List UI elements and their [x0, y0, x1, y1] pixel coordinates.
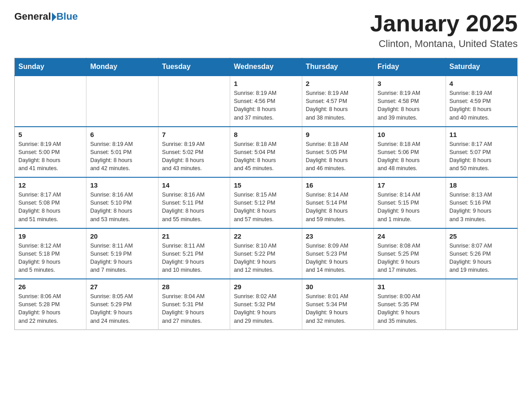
day-info: Sunrise: 8:19 AM Sunset: 5:01 PM Dayligh… — [90, 140, 154, 173]
calendar-cell: 20Sunrise: 8:11 AM Sunset: 5:19 PM Dayli… — [86, 228, 158, 279]
calendar-cell: 21Sunrise: 8:11 AM Sunset: 5:21 PM Dayli… — [158, 228, 230, 279]
logo-blue: Blue — [56, 11, 78, 22]
day-number: 13 — [90, 181, 154, 189]
calendar-cell: 23Sunrise: 8:09 AM Sunset: 5:23 PM Dayli… — [302, 228, 373, 279]
day-number: 22 — [234, 232, 298, 240]
calendar-week-row: 26Sunrise: 8:06 AM Sunset: 5:28 PM Dayli… — [15, 279, 518, 330]
day-info: Sunrise: 8:00 AM Sunset: 5:35 PM Dayligh… — [378, 292, 442, 325]
day-info: Sunrise: 8:07 AM Sunset: 5:26 PM Dayligh… — [450, 242, 514, 274]
calendar-header: SundayMondayTuesdayWednesdayThursdayFrid… — [15, 58, 518, 76]
calendar-cell: 26Sunrise: 8:06 AM Sunset: 5:28 PM Dayli… — [15, 279, 86, 330]
calendar-cell: 3Sunrise: 8:19 AM Sunset: 4:58 PM Daylig… — [374, 76, 446, 127]
day-number: 3 — [378, 80, 442, 87]
calendar-week-row: 12Sunrise: 8:17 AM Sunset: 5:08 PM Dayli… — [15, 177, 518, 228]
day-number: 30 — [306, 283, 370, 291]
day-number: 17 — [378, 181, 442, 189]
day-info: Sunrise: 8:10 AM Sunset: 5:22 PM Dayligh… — [234, 242, 298, 274]
day-info: Sunrise: 8:19 AM Sunset: 4:59 PM Dayligh… — [450, 89, 514, 122]
title-block: January 2025 Clinton, Montana, United St… — [370, 11, 518, 50]
calendar-cell: 28Sunrise: 8:04 AM Sunset: 5:31 PM Dayli… — [158, 279, 230, 330]
calendar-week-row: 19Sunrise: 8:12 AM Sunset: 5:18 PM Dayli… — [15, 228, 518, 279]
day-info: Sunrise: 8:17 AM Sunset: 5:07 PM Dayligh… — [450, 140, 514, 173]
day-number: 24 — [378, 232, 442, 240]
day-info: Sunrise: 8:16 AM Sunset: 5:10 PM Dayligh… — [90, 191, 154, 223]
day-info: Sunrise: 8:11 AM Sunset: 5:21 PM Dayligh… — [162, 242, 226, 274]
calendar-cell — [446, 279, 517, 330]
calendar-cell: 9Sunrise: 8:18 AM Sunset: 5:05 PM Daylig… — [302, 127, 373, 178]
day-info: Sunrise: 8:16 AM Sunset: 5:11 PM Dayligh… — [162, 191, 226, 223]
day-number: 29 — [234, 283, 298, 291]
logo-general: General — [14, 11, 51, 22]
calendar-cell: 15Sunrise: 8:15 AM Sunset: 5:12 PM Dayli… — [230, 177, 302, 228]
day-number: 20 — [90, 232, 154, 240]
calendar-cell: 17Sunrise: 8:14 AM Sunset: 5:15 PM Dayli… — [374, 177, 446, 228]
logo: General Blue — [14, 11, 78, 22]
day-info: Sunrise: 8:19 AM Sunset: 4:58 PM Dayligh… — [378, 89, 442, 122]
day-number: 10 — [378, 131, 442, 138]
day-info: Sunrise: 8:11 AM Sunset: 5:19 PM Dayligh… — [90, 242, 154, 274]
day-number: 4 — [450, 80, 514, 87]
page-subtitle: Clinton, Montana, United States — [370, 38, 518, 50]
calendar-cell: 6Sunrise: 8:19 AM Sunset: 5:01 PM Daylig… — [86, 127, 158, 178]
logo-arrow-icon — [52, 13, 56, 21]
page-title: January 2025 — [370, 11, 518, 36]
weekday-header-saturday: Saturday — [446, 58, 517, 76]
calendar-body: 1Sunrise: 8:19 AM Sunset: 4:56 PM Daylig… — [15, 76, 518, 330]
day-number: 2 — [306, 80, 370, 87]
day-number: 25 — [450, 232, 514, 240]
weekday-header-thursday: Thursday — [302, 58, 373, 76]
day-info: Sunrise: 8:15 AM Sunset: 5:12 PM Dayligh… — [234, 191, 298, 223]
day-number: 19 — [18, 232, 82, 240]
day-number: 21 — [162, 232, 226, 240]
day-info: Sunrise: 8:08 AM Sunset: 5:25 PM Dayligh… — [378, 242, 442, 274]
day-number: 14 — [162, 181, 226, 189]
calendar-cell: 12Sunrise: 8:17 AM Sunset: 5:08 PM Dayli… — [15, 177, 86, 228]
day-info: Sunrise: 8:14 AM Sunset: 5:15 PM Dayligh… — [378, 191, 442, 223]
day-info: Sunrise: 8:14 AM Sunset: 5:14 PM Dayligh… — [306, 191, 370, 223]
calendar-cell: 18Sunrise: 8:13 AM Sunset: 5:16 PM Dayli… — [446, 177, 517, 228]
day-number: 11 — [450, 131, 514, 138]
weekday-header-friday: Friday — [374, 58, 446, 76]
day-info: Sunrise: 8:02 AM Sunset: 5:32 PM Dayligh… — [234, 292, 298, 325]
calendar-cell: 22Sunrise: 8:10 AM Sunset: 5:22 PM Dayli… — [230, 228, 302, 279]
calendar-cell: 5Sunrise: 8:19 AM Sunset: 5:00 PM Daylig… — [15, 127, 86, 178]
calendar-cell: 8Sunrise: 8:18 AM Sunset: 5:04 PM Daylig… — [230, 127, 302, 178]
calendar-week-row: 1Sunrise: 8:19 AM Sunset: 4:56 PM Daylig… — [15, 76, 518, 127]
calendar: SundayMondayTuesdayWednesdayThursdayFrid… — [14, 58, 518, 330]
day-info: Sunrise: 8:18 AM Sunset: 5:05 PM Dayligh… — [306, 140, 370, 173]
calendar-cell — [86, 76, 158, 127]
day-info: Sunrise: 8:13 AM Sunset: 5:16 PM Dayligh… — [450, 191, 514, 223]
calendar-cell: 4Sunrise: 8:19 AM Sunset: 4:59 PM Daylig… — [446, 76, 517, 127]
day-number: 6 — [90, 131, 154, 138]
day-number: 7 — [162, 131, 226, 138]
calendar-cell: 13Sunrise: 8:16 AM Sunset: 5:10 PM Dayli… — [86, 177, 158, 228]
day-number: 26 — [18, 283, 82, 291]
day-info: Sunrise: 8:01 AM Sunset: 5:34 PM Dayligh… — [306, 292, 370, 325]
day-number: 23 — [306, 232, 370, 240]
day-number: 1 — [234, 80, 298, 87]
day-info: Sunrise: 8:12 AM Sunset: 5:18 PM Dayligh… — [18, 242, 82, 274]
calendar-cell: 1Sunrise: 8:19 AM Sunset: 4:56 PM Daylig… — [230, 76, 302, 127]
calendar-cell: 25Sunrise: 8:07 AM Sunset: 5:26 PM Dayli… — [446, 228, 517, 279]
weekday-header-row: SundayMondayTuesdayWednesdayThursdayFrid… — [15, 58, 518, 76]
day-info: Sunrise: 8:18 AM Sunset: 5:06 PM Dayligh… — [378, 140, 442, 173]
day-info: Sunrise: 8:19 AM Sunset: 4:56 PM Dayligh… — [234, 89, 298, 122]
weekday-header-monday: Monday — [86, 58, 158, 76]
day-info: Sunrise: 8:04 AM Sunset: 5:31 PM Dayligh… — [162, 292, 226, 325]
day-info: Sunrise: 8:05 AM Sunset: 5:29 PM Dayligh… — [90, 292, 154, 325]
calendar-cell — [158, 76, 230, 127]
day-info: Sunrise: 8:06 AM Sunset: 5:28 PM Dayligh… — [18, 292, 82, 325]
calendar-cell: 27Sunrise: 8:05 AM Sunset: 5:29 PM Dayli… — [86, 279, 158, 330]
calendar-cell: 29Sunrise: 8:02 AM Sunset: 5:32 PM Dayli… — [230, 279, 302, 330]
calendar-cell — [15, 76, 86, 127]
weekday-header-tuesday: Tuesday — [158, 58, 230, 76]
day-number: 27 — [90, 283, 154, 291]
calendar-cell: 31Sunrise: 8:00 AM Sunset: 5:35 PM Dayli… — [374, 279, 446, 330]
day-number: 15 — [234, 181, 298, 189]
calendar-cell: 30Sunrise: 8:01 AM Sunset: 5:34 PM Dayli… — [302, 279, 373, 330]
day-number: 16 — [306, 181, 370, 189]
header: General Blue January 2025 Clinton, Monta… — [14, 11, 518, 50]
day-number: 18 — [450, 181, 514, 189]
calendar-cell: 2Sunrise: 8:19 AM Sunset: 4:57 PM Daylig… — [302, 76, 373, 127]
calendar-cell: 7Sunrise: 8:19 AM Sunset: 5:02 PM Daylig… — [158, 127, 230, 178]
